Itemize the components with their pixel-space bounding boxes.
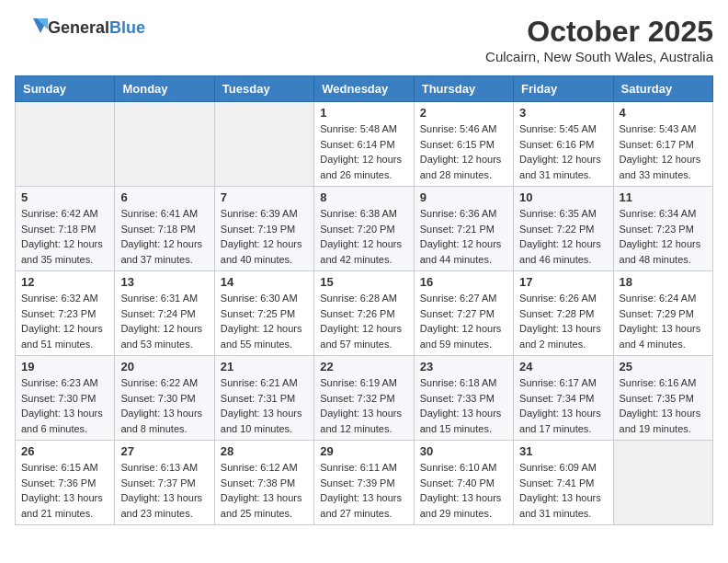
day-info: Sunrise: 6:42 AM Sunset: 7:18 PM Dayligh…: [21, 206, 108, 267]
weekday-header-row: SundayMondayTuesdayWednesdayThursdayFrid…: [16, 76, 713, 102]
day-number: 20: [120, 360, 208, 373]
day-number: 3: [519, 106, 607, 120]
day-info: Sunrise: 6:39 AM Sunset: 7:19 PM Dayligh…: [221, 206, 308, 267]
calendar-cell: 26Sunrise: 6:15 AM Sunset: 7:36 PM Dayli…: [16, 441, 115, 525]
day-info: Sunrise: 6:17 AM Sunset: 7:34 PM Dayligh…: [519, 375, 607, 436]
day-number: 8: [320, 190, 407, 204]
calendar-cell: 10Sunrise: 6:35 AM Sunset: 7:22 PM Dayli…: [514, 187, 613, 271]
day-number: 11: [620, 190, 707, 204]
calendar-cell: [115, 102, 214, 187]
calendar-week-2: 5Sunrise: 6:42 AM Sunset: 7:18 PM Daylig…: [16, 187, 713, 271]
calendar-cell: 19Sunrise: 6:23 AM Sunset: 7:30 PM Dayli…: [16, 356, 115, 441]
calendar-cell: 24Sunrise: 6:17 AM Sunset: 7:34 PM Dayli…: [514, 356, 613, 441]
calendar-cell: 31Sunrise: 6:09 AM Sunset: 7:41 PM Dayli…: [514, 441, 613, 525]
day-number: 9: [420, 190, 507, 204]
calendar-cell: 23Sunrise: 6:18 AM Sunset: 7:33 PM Dayli…: [414, 356, 513, 441]
day-info: Sunrise: 6:09 AM Sunset: 7:41 PM Dayligh…: [519, 460, 607, 521]
weekday-header-tuesday: Tuesday: [214, 76, 313, 102]
day-info: Sunrise: 6:35 AM Sunset: 7:22 PM Dayligh…: [519, 206, 607, 267]
day-info: Sunrise: 6:34 AM Sunset: 7:23 PM Dayligh…: [620, 206, 707, 267]
calendar-cell: 18Sunrise: 6:24 AM Sunset: 7:29 PM Dayli…: [613, 271, 712, 356]
calendar-cell: 30Sunrise: 6:10 AM Sunset: 7:40 PM Dayli…: [414, 441, 513, 525]
day-info: Sunrise: 6:24 AM Sunset: 7:29 PM Dayligh…: [620, 291, 707, 351]
day-info: Sunrise: 6:30 AM Sunset: 7:25 PM Dayligh…: [221, 291, 308, 351]
calendar-cell: 29Sunrise: 6:11 AM Sunset: 7:39 PM Dayli…: [314, 441, 414, 525]
logo: GeneralBlue: [15, 15, 145, 40]
day-number: 15: [320, 275, 407, 289]
day-info: Sunrise: 6:26 AM Sunset: 7:28 PM Dayligh…: [519, 291, 607, 351]
calendar-cell: 16Sunrise: 6:27 AM Sunset: 7:27 PM Dayli…: [414, 271, 513, 356]
calendar-cell: 25Sunrise: 6:16 AM Sunset: 7:35 PM Dayli…: [613, 356, 712, 441]
day-number: 12: [21, 275, 108, 289]
calendar-cell: 7Sunrise: 6:39 AM Sunset: 7:19 PM Daylig…: [214, 187, 313, 271]
day-info: Sunrise: 6:16 AM Sunset: 7:35 PM Dayligh…: [620, 375, 707, 436]
calendar-cell: 12Sunrise: 6:32 AM Sunset: 7:23 PM Dayli…: [16, 271, 115, 356]
day-number: 23: [420, 360, 507, 373]
calendar-cell: 27Sunrise: 6:13 AM Sunset: 7:37 PM Dayli…: [115, 441, 214, 525]
weekday-header-monday: Monday: [115, 76, 214, 102]
day-info: Sunrise: 6:28 AM Sunset: 7:26 PM Dayligh…: [320, 291, 407, 351]
calendar-cell: [16, 102, 115, 187]
day-number: 1: [320, 106, 407, 120]
calendar-cell: 17Sunrise: 6:26 AM Sunset: 7:28 PM Dayli…: [514, 271, 613, 356]
day-number: 10: [519, 190, 607, 204]
day-number: 14: [221, 275, 308, 289]
calendar-cell: 21Sunrise: 6:21 AM Sunset: 7:31 PM Dayli…: [214, 356, 313, 441]
day-info: Sunrise: 6:15 AM Sunset: 7:36 PM Dayligh…: [21, 460, 108, 521]
day-number: 18: [620, 275, 707, 289]
day-info: Sunrise: 6:36 AM Sunset: 7:21 PM Dayligh…: [420, 206, 507, 267]
day-info: Sunrise: 6:11 AM Sunset: 7:39 PM Dayligh…: [320, 460, 407, 521]
day-number: 26: [21, 444, 108, 458]
day-info: Sunrise: 5:45 AM Sunset: 6:16 PM Dayligh…: [519, 121, 607, 182]
day-number: 7: [221, 190, 308, 204]
day-number: 2: [420, 106, 507, 120]
calendar-cell: 22Sunrise: 6:19 AM Sunset: 7:32 PM Dayli…: [314, 356, 414, 441]
day-number: 31: [519, 444, 607, 458]
day-info: Sunrise: 6:18 AM Sunset: 7:33 PM Dayligh…: [420, 375, 507, 436]
day-number: 21: [221, 360, 308, 373]
calendar-cell: 8Sunrise: 6:38 AM Sunset: 7:20 PM Daylig…: [314, 187, 414, 271]
day-info: Sunrise: 6:10 AM Sunset: 7:40 PM Dayligh…: [420, 460, 507, 521]
calendar-cell: 11Sunrise: 6:34 AM Sunset: 7:23 PM Dayli…: [613, 187, 712, 271]
day-info: Sunrise: 6:21 AM Sunset: 7:31 PM Dayligh…: [221, 375, 308, 436]
day-info: Sunrise: 6:19 AM Sunset: 7:32 PM Dayligh…: [320, 375, 407, 436]
calendar-cell: 2Sunrise: 5:46 AM Sunset: 6:15 PM Daylig…: [414, 102, 513, 187]
day-info: Sunrise: 6:22 AM Sunset: 7:30 PM Dayligh…: [120, 375, 208, 436]
weekday-header-saturday: Saturday: [613, 76, 712, 102]
logo-text: GeneralBlue: [48, 18, 145, 38]
day-info: Sunrise: 6:32 AM Sunset: 7:23 PM Dayligh…: [21, 291, 108, 351]
calendar-week-5: 26Sunrise: 6:15 AM Sunset: 7:36 PM Dayli…: [16, 441, 713, 525]
day-number: 29: [320, 444, 407, 458]
calendar-cell: 13Sunrise: 6:31 AM Sunset: 7:24 PM Dayli…: [115, 271, 214, 356]
day-info: Sunrise: 6:41 AM Sunset: 7:18 PM Dayligh…: [120, 206, 208, 267]
calendar-cell: 3Sunrise: 5:45 AM Sunset: 6:16 PM Daylig…: [514, 102, 613, 187]
calendar-cell: [613, 441, 712, 525]
day-number: 22: [320, 360, 407, 373]
calendar-cell: 28Sunrise: 6:12 AM Sunset: 7:38 PM Dayli…: [214, 441, 313, 525]
calendar-week-1: 1Sunrise: 5:48 AM Sunset: 6:14 PM Daylig…: [16, 102, 713, 187]
day-number: 16: [420, 275, 507, 289]
day-info: Sunrise: 6:13 AM Sunset: 7:37 PM Dayligh…: [120, 460, 208, 521]
day-number: 24: [519, 360, 607, 373]
day-number: 30: [420, 444, 507, 458]
calendar-cell: 15Sunrise: 6:28 AM Sunset: 7:26 PM Dayli…: [314, 271, 414, 356]
day-number: 19: [21, 360, 108, 373]
calendar-cell: 1Sunrise: 5:48 AM Sunset: 6:14 PM Daylig…: [314, 102, 414, 187]
calendar-week-3: 12Sunrise: 6:32 AM Sunset: 7:23 PM Dayli…: [16, 271, 713, 356]
day-number: 28: [221, 444, 308, 458]
calendar-cell: 5Sunrise: 6:42 AM Sunset: 7:18 PM Daylig…: [16, 187, 115, 271]
day-number: 4: [620, 106, 707, 120]
calendar-title: October 2025 Culcairn, New South Wales, …: [485, 15, 713, 64]
day-number: 6: [120, 190, 208, 204]
calendar-table: SundayMondayTuesdayWednesdayThursdayFrid…: [15, 75, 713, 525]
calendar-cell: 4Sunrise: 5:43 AM Sunset: 6:17 PM Daylig…: [613, 102, 712, 187]
weekday-header-friday: Friday: [514, 76, 613, 102]
day-number: 17: [519, 275, 607, 289]
weekday-header-wednesday: Wednesday: [314, 76, 414, 102]
page-header: GeneralBlue October 2025 Culcairn, New S…: [15, 15, 713, 64]
weekday-header-thursday: Thursday: [414, 76, 513, 102]
calendar-week-4: 19Sunrise: 6:23 AM Sunset: 7:30 PM Dayli…: [16, 356, 713, 441]
day-info: Sunrise: 5:46 AM Sunset: 6:15 PM Dayligh…: [420, 121, 507, 182]
day-number: 25: [620, 360, 707, 373]
day-info: Sunrise: 5:48 AM Sunset: 6:14 PM Dayligh…: [320, 121, 407, 182]
